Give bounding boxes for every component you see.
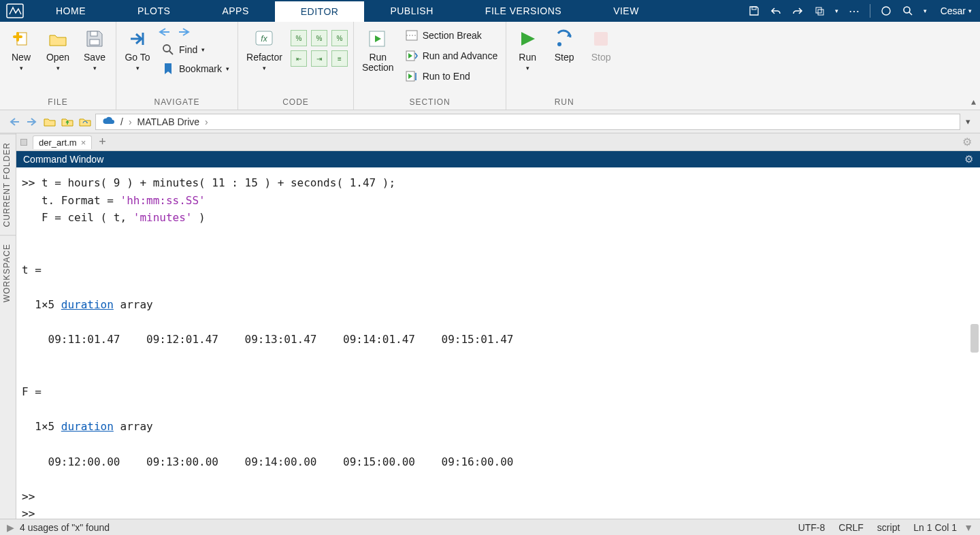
new-file-tab-button[interactable]: +: [95, 135, 110, 149]
tab-plots[interactable]: PLOTS: [112, 0, 196, 22]
file-tab-1[interactable]: der_art.m ×: [33, 135, 92, 149]
tab-view[interactable]: VIEW: [587, 0, 665, 22]
tab-apps[interactable]: APPS: [196, 0, 274, 22]
address-bar: / › MATLAB Drive › ▾: [0, 110, 980, 133]
code-tool-1[interactable]: %: [291, 30, 307, 46]
find-icon: [161, 43, 175, 56]
run-label: Run: [519, 52, 536, 63]
file-tab-1-close-icon[interactable]: ×: [81, 137, 86, 148]
divider: [870, 4, 870, 18]
ribbon-group-file-label: FILE: [48, 97, 67, 108]
go-to-dropdown-icon: ▾: [136, 65, 140, 71]
user-menu[interactable]: Cesar ▾: [936, 5, 972, 16]
cmd-line-3c: ): [192, 211, 205, 224]
undo-icon[interactable]: [770, 5, 782, 17]
step-label: Step: [555, 52, 574, 63]
code-tool-2[interactable]: %: [311, 30, 327, 46]
breadcrumb-drive[interactable]: MATLAB Drive: [137, 116, 200, 127]
quick-access-dropdown[interactable]: ▾: [835, 7, 838, 14]
refactor-icon: fx: [252, 27, 276, 50]
section-break-button[interactable]: Section Break: [402, 27, 501, 44]
bookmark-dropdown-icon: ▾: [226, 65, 229, 72]
cmd-t-hdr: t =: [22, 263, 42, 276]
svg-rect-17: [594, 32, 608, 46]
status-cursor-pos[interactable]: Ln 1 Col 1: [906, 522, 964, 533]
cmd-arr-post: array: [114, 298, 153, 311]
code-tool-3[interactable]: %: [331, 30, 348, 46]
find-label: Find: [179, 44, 197, 55]
new-file-icon: [10, 27, 33, 50]
path-history-dropdown[interactable]: ▾: [963, 116, 973, 127]
side-tab-workspace[interactable]: WORKSPACE: [0, 235, 16, 310]
more-icon[interactable]: ⋯: [848, 5, 860, 17]
nav-back-icon[interactable]: [159, 27, 171, 39]
side-tab-current-folder[interactable]: CURRENT FOLDER: [0, 133, 16, 235]
svg-point-16: [557, 42, 561, 46]
duration-link-2[interactable]: duration: [61, 420, 114, 433]
cmd-prompt-1: >>: [22, 490, 42, 503]
tab-editor[interactable]: EDITOR: [275, 0, 365, 22]
new-button[interactable]: New ▾: [5, 26, 37, 73]
bookmark-button[interactable]: Bookmark ▾: [159, 61, 232, 77]
command-window-options-icon[interactable]: ⚙: [964, 153, 973, 165]
code-tool-4[interactable]: ⇤: [291, 50, 307, 67]
redo-icon[interactable]: [791, 5, 804, 17]
run-and-advance-button[interactable]: Run and Advance: [402, 48, 501, 64]
open-button[interactable]: Open ▾: [42, 26, 74, 73]
scrollbar-thumb[interactable]: [970, 324, 979, 353]
browse-folder-icon[interactable]: [42, 114, 57, 129]
open-dropdown-icon: ▾: [56, 65, 60, 71]
find-button[interactable]: Find ▾: [159, 42, 232, 58]
run-to-end-button[interactable]: Run to End: [402, 68, 501, 84]
editor-tabs-options-icon[interactable]: ⚙: [958, 135, 976, 148]
code-tool-5[interactable]: ⇥: [311, 50, 327, 67]
ribbon-toolstrip: New ▾ Open ▾ Save ▾ FILE Go To ▾: [0, 22, 980, 110]
search-dropdown[interactable]: ▾: [924, 7, 927, 14]
command-window-header: Command Window ⚙: [16, 151, 980, 167]
status-menu-icon[interactable]: ▼: [964, 522, 973, 533]
breadcrumb-root[interactable]: /: [120, 116, 123, 127]
cmd-line-3a: F = ceil ( t,: [22, 211, 133, 224]
nav-back-button[interactable]: [7, 114, 22, 129]
cmd-arr-pre2: 1×5: [22, 420, 61, 433]
cmd-arr-post2: array: [114, 420, 153, 433]
code-tool-grid: % % % ⇤ ⇥ ≡: [291, 26, 348, 67]
go-to-icon: [126, 27, 149, 50]
path-field[interactable]: / › MATLAB Drive ›: [95, 114, 960, 130]
save-icon[interactable]: [748, 5, 760, 17]
status-run-icon[interactable]: ▶: [7, 522, 14, 533]
nav-forward-icon[interactable]: [178, 27, 190, 39]
editor-tabs-handle[interactable]: [20, 139, 27, 146]
run-button[interactable]: Run ▾: [512, 26, 543, 73]
search-icon[interactable]: [902, 5, 914, 17]
run-to-end-label: Run to End: [423, 71, 470, 82]
refactor-button[interactable]: fx Refactor ▾: [244, 26, 285, 73]
new-dropdown-icon: ▾: [20, 65, 23, 71]
tab-publish[interactable]: PUBLISH: [364, 0, 459, 22]
ribbon-group-code: fx Refactor ▾ % % % ⇤ ⇥ ≡ CODE: [238, 22, 354, 110]
copy-icon[interactable]: [813, 5, 826, 17]
code-tool-6[interactable]: ≡: [331, 50, 348, 67]
duration-link-1[interactable]: duration: [61, 298, 114, 311]
ribbon-group-section: Run Section Section Break Run and Advanc…: [354, 22, 506, 110]
step-button[interactable]: Step: [549, 26, 580, 64]
up-folder-icon[interactable]: [60, 114, 75, 129]
status-eol[interactable]: CRLF: [832, 522, 870, 533]
tab-file-versions[interactable]: FILE VERSIONS: [459, 0, 587, 22]
status-bar: ▶ 4 usages of "x" found UTF-8 CRLF scrip…: [0, 519, 980, 535]
status-filetype[interactable]: script: [870, 522, 906, 533]
help-icon[interactable]: [880, 5, 892, 17]
save-button[interactable]: Save ▾: [79, 26, 110, 73]
command-window[interactable]: >> t = hours( 9 ) + minutes( 11 : 15 ) +…: [16, 167, 980, 519]
run-section-label: Run Section: [362, 52, 394, 74]
collapse-ribbon-icon[interactable]: ▴: [971, 96, 976, 107]
tab-home[interactable]: HOME: [30, 0, 112, 22]
run-section-button[interactable]: Run Section: [359, 26, 397, 75]
svg-rect-3: [818, 10, 823, 15]
new-label: New: [12, 52, 31, 63]
status-encoding[interactable]: UTF-8: [791, 522, 832, 533]
nav-forward-button[interactable]: [24, 114, 39, 129]
go-to-button[interactable]: Go To ▾: [122, 26, 153, 73]
sync-folder-icon[interactable]: [78, 114, 93, 129]
refactor-dropdown-icon: ▾: [263, 65, 266, 71]
